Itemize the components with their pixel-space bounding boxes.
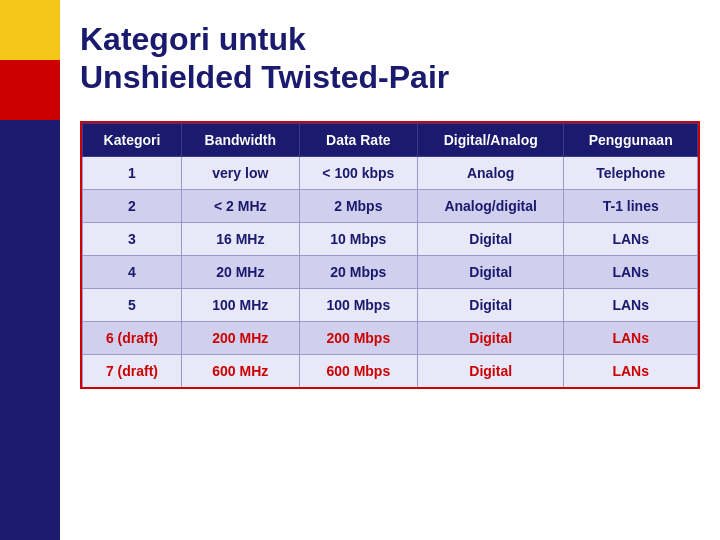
cell-datarate: 600 Mbps [299, 354, 417, 387]
cell-datarate: 10 Mbps [299, 222, 417, 255]
col-header-bandwidth: Bandwidth [181, 123, 299, 156]
cell-penggunaan: T-1 lines [564, 189, 698, 222]
cell-kategori: 4 [83, 255, 182, 288]
cell-bandwidth: 100 MHz [181, 288, 299, 321]
cell-penggunaan: Telephone [564, 156, 698, 189]
cell-bandwidth: very low [181, 156, 299, 189]
accent-yellow-block [0, 0, 60, 60]
cell-kategori: 7 (draft) [83, 354, 182, 387]
accent-bar [0, 0, 60, 540]
cell-kategori: 5 [83, 288, 182, 321]
cell-digitalanalog: Analog [417, 156, 563, 189]
table-row: 5100 MHz100 MbpsDigitalLANs [83, 288, 698, 321]
accent-red-block [0, 60, 60, 120]
col-header-datarate: Data Rate [299, 123, 417, 156]
cell-datarate: 20 Mbps [299, 255, 417, 288]
cell-penggunaan: LANs [564, 222, 698, 255]
col-header-digitalanalog: Digital/Analog [417, 123, 563, 156]
cell-bandwidth: 600 MHz [181, 354, 299, 387]
data-table-wrapper: Kategori Bandwidth Data Rate Digital/Ana… [80, 121, 700, 389]
cell-bandwidth: 20 MHz [181, 255, 299, 288]
utp-category-table: Kategori Bandwidth Data Rate Digital/Ana… [82, 123, 698, 387]
cell-datarate: 200 Mbps [299, 321, 417, 354]
cell-kategori: 2 [83, 189, 182, 222]
table-row: 6 (draft)200 MHz200 MbpsDigitalLANs [83, 321, 698, 354]
cell-kategori: 1 [83, 156, 182, 189]
cell-kategori: 3 [83, 222, 182, 255]
table-row: 316 MHz10 MbpsDigitalLANs [83, 222, 698, 255]
main-content: Kategori untuk Unshielded Twisted-Pair K… [80, 20, 700, 520]
cell-kategori: 6 (draft) [83, 321, 182, 354]
cell-datarate: 100 Mbps [299, 288, 417, 321]
cell-datarate: < 100 kbps [299, 156, 417, 189]
cell-datarate: 2 Mbps [299, 189, 417, 222]
cell-penggunaan: LANs [564, 354, 698, 387]
cell-digitalanalog: Digital [417, 354, 563, 387]
table-row: 7 (draft)600 MHz600 MbpsDigitalLANs [83, 354, 698, 387]
table-header-row: Kategori Bandwidth Data Rate Digital/Ana… [83, 123, 698, 156]
cell-digitalanalog: Digital [417, 288, 563, 321]
col-header-penggunaan: Penggunaan [564, 123, 698, 156]
slide-title: Kategori untuk Unshielded Twisted-Pair [80, 20, 700, 97]
cell-penggunaan: LANs [564, 255, 698, 288]
title-line1: Kategori untuk [80, 21, 306, 57]
cell-bandwidth: 16 MHz [181, 222, 299, 255]
cell-digitalanalog: Digital [417, 222, 563, 255]
cell-penggunaan: LANs [564, 288, 698, 321]
col-header-kategori: Kategori [83, 123, 182, 156]
cell-penggunaan: LANs [564, 321, 698, 354]
table-row: 1very low< 100 kbpsAnalogTelephone [83, 156, 698, 189]
cell-bandwidth: 200 MHz [181, 321, 299, 354]
title-line2: Unshielded Twisted-Pair [80, 59, 449, 95]
table-row: 420 MHz20 MbpsDigitalLANs [83, 255, 698, 288]
cell-bandwidth: < 2 MHz [181, 189, 299, 222]
cell-digitalanalog: Digital [417, 321, 563, 354]
cell-digitalanalog: Analog/digital [417, 189, 563, 222]
table-row: 2< 2 MHz2 MbpsAnalog/digitalT-1 lines [83, 189, 698, 222]
cell-digitalanalog: Digital [417, 255, 563, 288]
